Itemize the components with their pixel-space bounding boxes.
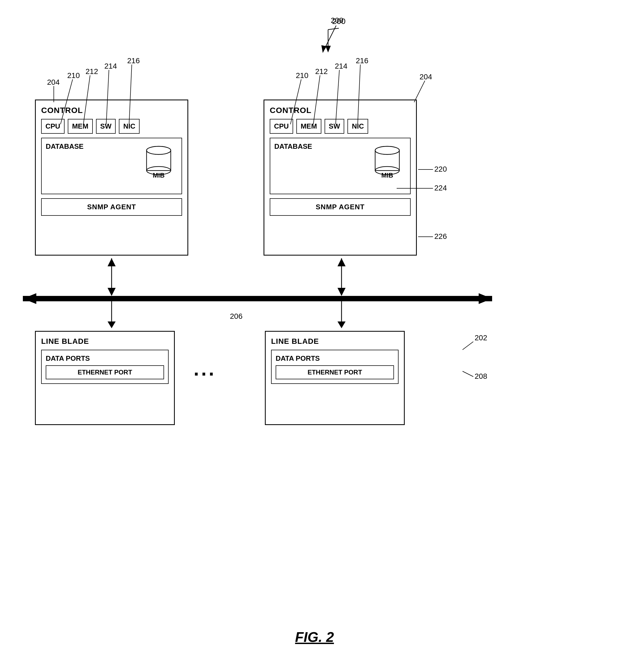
svg-line-52: [462, 342, 473, 350]
svg-text:212: 212: [86, 67, 98, 76]
svg-text:220: 220: [434, 165, 447, 173]
left-data-ports: DATA PORTS ETHERNET PORT: [41, 350, 169, 384]
svg-line-2: [328, 28, 339, 30]
left-sw-box: SW: [96, 119, 116, 134]
right-mib-icon: [372, 144, 402, 176]
right-mem-box: MEM: [296, 119, 321, 134]
figure-label: FIG. 2: [295, 629, 334, 645]
ref-204-left: 204: [47, 78, 60, 86]
right-data-ports-label: DATA PORTS: [276, 354, 394, 363]
left-data-ports-label: DATA PORTS: [46, 354, 164, 363]
right-line-blade: LINE BLADE DATA PORTS ETHERNET PORT: [265, 331, 405, 425]
svg-text:212: 212: [315, 67, 328, 76]
right-snmp-box: SNMP AGENT: [270, 198, 411, 216]
svg-marker-43: [107, 288, 116, 296]
right-line-blade-label: LINE BLADE: [271, 337, 398, 346]
ref-200-label: 200: [332, 17, 345, 26]
left-database-section: DATABASE MIB: [41, 138, 182, 194]
arrow-200: [312, 27, 344, 54]
left-control-blade: CONTROL CPU MEM SW NIC DATABASE: [35, 99, 188, 256]
svg-text:214: 214: [104, 62, 117, 70]
svg-text:206: 206: [230, 312, 243, 320]
left-mib: MIB: [144, 144, 173, 179]
svg-marker-38: [23, 293, 36, 304]
svg-marker-39: [479, 293, 492, 304]
svg-line-54: [462, 371, 473, 377]
right-cpu-box: CPU: [270, 119, 293, 134]
left-ethernet-port: ETHERNET PORT: [46, 365, 164, 379]
svg-text:216: 216: [356, 56, 368, 65]
svg-marker-47: [338, 258, 345, 266]
svg-marker-49: [107, 321, 116, 328]
left-line-blade: LINE BLADE DATA PORTS ETHERNET PORT: [35, 331, 175, 425]
left-line-blade-label: LINE BLADE: [41, 337, 169, 346]
ellipsis-dots: ...: [194, 358, 216, 380]
left-nic-box: NIC: [119, 119, 140, 134]
svg-text:204: 204: [419, 73, 432, 81]
svg-marker-1: [325, 46, 331, 52]
right-sw-box: SW: [324, 119, 344, 134]
svg-text:226: 226: [434, 232, 447, 240]
right-data-ports: DATA PORTS ETHERNET PORT: [271, 350, 398, 384]
svg-text:208: 208: [475, 372, 487, 380]
right-control-blade: CONTROL CPU MEM SW NIC DATABASE MIB SNMP…: [264, 99, 417, 256]
left-mib-icon: [144, 144, 173, 176]
svg-marker-51: [338, 321, 345, 328]
svg-text:216: 216: [127, 56, 140, 65]
right-ethernet-port: ETHERNET PORT: [276, 365, 394, 379]
right-database-section: DATABASE MIB: [270, 138, 411, 194]
right-nic-box: NIC: [347, 119, 368, 134]
left-snmp-box: SNMP AGENT: [41, 198, 182, 216]
svg-marker-46: [338, 288, 345, 296]
svg-text:214: 214: [335, 62, 347, 70]
svg-line-30: [414, 81, 425, 102]
left-mem-box: MEM: [68, 119, 93, 134]
left-control-label: CONTROL: [41, 106, 182, 115]
svg-text:210: 210: [67, 71, 80, 80]
svg-text:210: 210: [296, 71, 309, 80]
left-cpu-box: CPU: [41, 119, 65, 134]
svg-text:224: 224: [434, 184, 447, 192]
svg-text:202: 202: [475, 334, 487, 342]
svg-rect-40: [23, 296, 492, 301]
right-mib: MIB: [372, 144, 402, 179]
right-control-label: CONTROL: [270, 106, 411, 115]
svg-marker-44: [107, 258, 116, 266]
